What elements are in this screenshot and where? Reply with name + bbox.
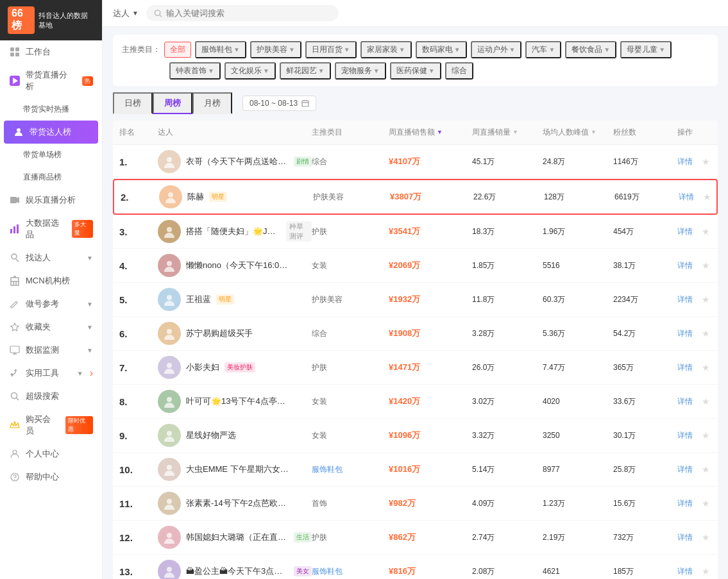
user-name-row: 小影夫妇 美妆护肤 [186,362,255,373]
tab-weekly[interactable]: 周榜 [153,92,192,114]
detail-button[interactable]: 详情 [677,498,693,509]
cat-fashion-btn[interactable]: 服饰鞋包 ▼ [195,41,246,58]
detail-button[interactable]: 详情 [677,396,693,407]
svg-rect-7 [10,197,17,203]
detail-button[interactable]: 详情 [677,430,693,441]
edit-icon [9,298,21,310]
cat-digital-btn[interactable]: 数码家电 ▼ [416,41,467,58]
detail-button[interactable]: 详情 [677,156,693,167]
peak-users: 7.47万 [543,362,613,373]
th-peak-users[interactable]: 场均人数峰值 ▼ [543,127,613,138]
star-button[interactable]: ★ [702,498,710,508]
user-name-row: 衣哥（今天下午两点送哈弗汽车森马福利） 剧情 [186,156,312,167]
arrow-icon4: ▼ [87,347,93,354]
star-button[interactable]: ★ [702,260,710,271]
detail-button[interactable]: 详情 [677,566,693,577]
cat-daily-btn[interactable]: 日用百货 ▼ [305,41,357,58]
star-button[interactable]: ★ [702,362,710,373]
cat-baby-btn[interactable]: 母婴儿童 ▼ [620,41,672,58]
star-button[interactable]: ★ [702,396,710,407]
sort-amount-icon: ▼ [437,130,443,135]
star-button[interactable]: ★ [703,192,711,202]
detail-button[interactable]: 详情 [677,532,693,543]
detail-button[interactable]: 详情 [677,226,693,237]
detail-button[interactable]: 详情 [677,260,693,271]
sidebar-item-big-data[interactable]: 大数据选品 多大量 [0,212,102,246]
avatar [158,150,181,173]
user-cell: 张素素-14号下午2点芭欧反草专场 [158,492,312,515]
sidebar-item-account-ref[interactable]: 做号参考 ▼ [0,292,102,315]
cat-car-btn[interactable]: 汽车 ▼ [525,41,561,58]
sidebar-item-product-rank[interactable]: 直播商品榜 [0,166,102,189]
bigdata-badge: 多大量 [72,220,93,238]
ops-cell: 详情 ★ [677,532,716,543]
sidebar-item-tools[interactable]: 实用工具 ▼ › [0,362,102,385]
th-rank: 排名 [119,127,158,138]
cat-watch-btn[interactable]: 钟表首饰 ▼ [169,62,221,80]
sidebar-item-single-rank[interactable]: 带货单场榜 [0,144,102,166]
avatar [158,560,181,579]
sidebar-item-entertainment[interactable]: 娱乐直播分析 [0,189,102,212]
cat-general-btn[interactable]: 综合 [445,62,473,80]
tab-daily[interactable]: 日榜 [113,92,153,114]
sidebar-item-influencer-rank[interactable]: 带货达人榜 [4,121,98,144]
svg-point-26 [13,450,17,454]
tab-monthly[interactable]: 月榜 [192,92,232,114]
th-sales-count[interactable]: 周直播销量 ▼ [472,127,543,138]
detail-button[interactable]: 详情 [677,362,693,373]
star-button[interactable]: ★ [702,430,710,441]
search-input[interactable] [166,8,331,18]
sidebar-item-help[interactable]: 帮助中心 [0,466,102,489]
category-label: 主推类目： [122,44,160,55]
cat-food-btn[interactable]: 餐饮食品 ▼ [565,41,616,58]
svg-point-47 [167,567,172,572]
sales-amount: ¥3541万 [389,226,472,237]
sidebar-item-live-hot[interactable]: 带货实时热播 [0,98,102,121]
sidebar-item-data-monitor[interactable]: 数据监测 ▼ [0,339,102,362]
th-sales-amount[interactable]: 周直播销售额 ▼ [389,127,472,138]
user-name: 小影夫妇 [186,362,219,373]
detail-button[interactable]: 详情 [679,192,694,203]
detail-button[interactable]: 详情 [677,464,693,475]
star-button[interactable]: ★ [702,566,710,576]
star-button[interactable]: ★ [702,464,710,474]
fans-count: 454万 [613,226,677,237]
svg-rect-3 [15,53,19,56]
detail-button[interactable]: 详情 [677,294,693,305]
cat-all-btn[interactable]: 全部 [164,42,191,58]
sidebar-item-super-search[interactable]: 超级搜索 [0,385,102,408]
rank-number: 4. [119,260,158,271]
sidebar-item-vip[interactable]: 购买会员 限时优惠 [0,408,102,442]
peak-users: 5516 [543,261,613,270]
cat-home-btn[interactable]: 家居家装 ▼ [360,41,412,58]
svg-marker-8 [17,197,19,203]
sidebar-item-live-analysis[interactable]: 带货直播分析 热 [0,63,102,98]
sales-count: 22.6万 [473,192,544,203]
cat-sports-btn[interactable]: 运动户外 ▼ [471,41,522,58]
star-button[interactable]: ★ [702,294,710,305]
user-name: 韩国媳妇大璐璐（正在直播玫珂菲彩妆专场） [186,532,289,543]
cat-pet-btn[interactable]: 宠物服务 ▼ [335,62,386,80]
sidebar-item-find-influencer[interactable]: 找达人 ▼ [0,246,102,269]
star-button[interactable]: ★ [702,226,710,237]
sidebar-item-favorites[interactable]: 收藏夹 ▼ [0,315,102,339]
cat-medical-btn[interactable]: 医药保健 ▼ [390,62,441,80]
user-info: 叶可可🌟13号下午4点亭亭诗来啦 [186,396,289,407]
ops-cell: 详情 ★ [677,260,716,271]
peak-users: 2.19万 [543,532,613,543]
star-button[interactable]: ★ [702,156,710,167]
cat-culture-btn[interactable]: 文化娱乐 ▼ [224,62,276,80]
svg-point-43 [167,431,172,436]
detail-button[interactable]: 详情 [677,328,693,339]
nav-influencer[interactable]: 达人 ▼ [113,8,139,19]
star-button[interactable]: ★ [702,328,710,339]
cat-skincare-btn[interactable]: 护肤美容 ▼ [250,41,301,58]
sidebar-item-personal[interactable]: 个人中心 [0,442,102,466]
cat-flower-btn[interactable]: 鲜花园艺 ▼ [280,62,331,80]
sidebar-item-workbench[interactable]: 工作台 [0,40,102,63]
user-info: 懒懒nono（今天下午16:00皮草开炸 [186,260,289,271]
date-range-picker[interactable]: 08-10 ~ 08-13 [242,96,316,111]
sidebar-item-mcn[interactable]: MCN机构榜 [0,269,102,292]
search-box[interactable] [146,5,339,21]
star-button[interactable]: ★ [702,532,710,542]
